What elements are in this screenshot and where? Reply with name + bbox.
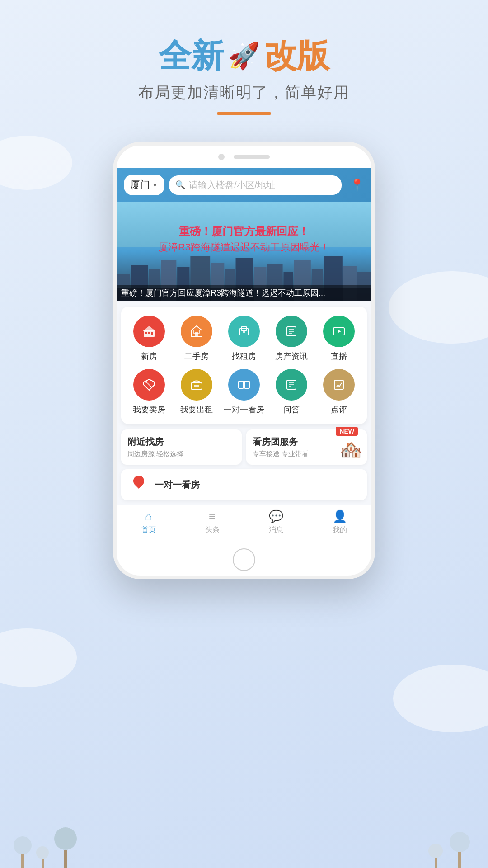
svg-rect-45 (334, 380, 343, 389)
viewing-card[interactable]: NEW 看房团服务 专车接送 专业带看 🏘️ (246, 429, 367, 465)
search-placeholder-text: 请输入楼盘/小区/地址 (189, 179, 275, 191)
second-hand-label: 二手房 (184, 351, 209, 362)
search-icon: 🔍 (175, 180, 185, 190)
menu-item-one-on-one[interactable]: 一对一看房 (224, 369, 264, 415)
tab-news[interactable]: ≡ 头条 (194, 509, 230, 535)
svg-rect-40 (244, 381, 249, 388)
news-label: 房产资讯 (275, 351, 308, 362)
qa-icon (276, 369, 307, 401)
news-icon (276, 316, 307, 347)
bg-cloud-4 (393, 665, 488, 732)
phone-wrapper: 厦门 ▼ 🔍 请输入楼盘/小区/地址 📍 (0, 142, 488, 579)
rent-icon (228, 316, 260, 347)
app-content: 厦门 ▼ 🔍 请输入楼盘/小区/地址 📍 (117, 168, 371, 576)
svg-rect-41 (287, 380, 296, 389)
nearby-title: 附近找房 (127, 436, 235, 448)
rent-label: 找租房 (232, 351, 256, 362)
svg-point-28 (243, 330, 245, 333)
second-hand-icon (181, 316, 212, 347)
svg-rect-38 (194, 385, 199, 387)
review-label: 点评 (331, 404, 347, 415)
svg-rect-39 (239, 381, 244, 388)
menu-item-rent[interactable]: 找租房 (224, 316, 264, 362)
menu-item-sell[interactable]: 我要卖房 (129, 369, 169, 415)
new-badge: NEW (336, 427, 358, 436)
svg-marker-22 (143, 326, 155, 331)
location-icon[interactable]: 📍 (350, 178, 364, 192)
phone-frame: 厦门 ▼ 🔍 请输入楼盘/小区/地址 📍 (113, 142, 375, 579)
banner-sub-text: 厦漳R3跨海隧道迟迟不动工原因曝光！ (117, 241, 371, 254)
header-section: 全新 🚀 改版 布局更加清晰明了，简单好用 (0, 0, 488, 133)
svg-marker-34 (338, 330, 341, 333)
header-title: 全新 🚀 改版 (0, 36, 488, 75)
banner-text-overlay: 重磅！厦门官方最新回应！ 厦漳R3跨海隧道迟迟不动工原因曝光！ (117, 224, 371, 254)
city-selector[interactable]: 厦门 ▼ (124, 175, 164, 195)
menu-item-qa[interactable]: 问答 (271, 369, 312, 415)
one-on-one-label: 一对一看房 (224, 404, 264, 415)
tree-right-2 (428, 844, 443, 868)
one-on-one-card[interactable]: 一对一看房 (121, 469, 367, 500)
map-pin-area (127, 476, 150, 494)
live-label: 直播 (331, 351, 347, 362)
menu-row-1: 新房 二手房 (126, 316, 362, 362)
message-tab-label: 消息 (269, 525, 283, 535)
review-icon (323, 369, 355, 401)
tree-left-1 (14, 836, 32, 868)
lease-icon (181, 369, 212, 401)
tab-home[interactable]: ⌂ 首页 (131, 509, 167, 535)
qa-label: 问答 (283, 404, 300, 415)
one-on-one-icon (228, 369, 260, 401)
banner-bottom-text: 重磅！厦门官方回应厦漳R3跨海隧道！迟迟不动工原因... (117, 285, 371, 301)
home-button[interactable] (233, 548, 255, 571)
tree-left-2 (36, 846, 49, 868)
svg-line-36 (147, 383, 152, 387)
new-house-icon (133, 316, 165, 347)
viewing-card-image: 🏘️ (340, 439, 362, 460)
phone-camera (218, 154, 225, 160)
svg-point-35 (145, 381, 147, 383)
tree-left-3 (54, 827, 77, 868)
tree-right-1 (450, 832, 470, 868)
menu-item-news[interactable]: 房产资讯 (271, 316, 312, 362)
nearby-subtitle: 周边房源 轻松选择 (127, 450, 235, 458)
tab-profile[interactable]: 👤 我的 (322, 509, 358, 535)
tab-message[interactable]: 💬 消息 (258, 509, 294, 535)
city-name: 厦门 (130, 178, 150, 192)
title-text-2: 改版 (264, 36, 329, 75)
profile-tab-label: 我的 (333, 525, 347, 535)
nearby-card[interactable]: 附近找房 周边房源 轻松选择 (121, 429, 242, 465)
menu-item-new-house[interactable]: 新房 (129, 316, 169, 362)
message-tab-icon: 💬 (269, 509, 283, 524)
menu-item-live[interactable]: 直播 (319, 316, 359, 362)
svg-rect-20 (148, 332, 150, 334)
header-subtitle: 布局更加清晰明了，简单好用 (0, 82, 488, 103)
bottom-cards: 附近找房 周边房源 轻松选择 NEW 看房团服务 专车接送 专业带看 🏘️ (121, 429, 367, 465)
svg-rect-24 (195, 332, 198, 337)
search-input-wrap[interactable]: 🔍 请输入楼盘/小区/地址 (169, 175, 342, 195)
banner-area[interactable]: 重磅！厦门官方最新回应！ 厦漳R3跨海隧道迟迟不动工原因曝光！ 重磅！厦门官方回… (117, 202, 371, 301)
menu-grid-card: 新房 二手房 (121, 307, 367, 424)
title-text-1: 全新 (159, 36, 224, 75)
home-button-area (117, 542, 371, 576)
home-tab-icon: ⌂ (145, 509, 152, 524)
bg-cloud-3 (0, 628, 77, 687)
chevron-down-icon: ▼ (152, 181, 158, 189)
tab-bar: ⌂ 首页 ≡ 头条 💬 消息 👤 我的 (117, 505, 371, 542)
menu-row-2: 我要卖房 我要出租 (126, 369, 362, 415)
map-pin-icon (131, 473, 146, 489)
phone-top-bar (117, 146, 371, 168)
news-tab-label: 头条 (205, 525, 220, 535)
lease-label: 我要出租 (180, 404, 213, 415)
live-icon (323, 316, 355, 347)
search-bar-area: 厦门 ▼ 🔍 请输入楼盘/小区/地址 📍 (117, 168, 371, 202)
menu-item-review[interactable]: 点评 (319, 369, 359, 415)
new-house-label: 新房 (141, 351, 157, 362)
one-on-one-text: 一对一看房 (155, 479, 200, 491)
sell-label: 我要卖房 (133, 404, 165, 415)
menu-item-second-hand[interactable]: 二手房 (176, 316, 217, 362)
underline-decoration (217, 112, 271, 115)
menu-item-lease[interactable]: 我要出租 (176, 369, 217, 415)
home-tab-label: 首页 (141, 525, 156, 535)
profile-tab-icon: 👤 (333, 509, 347, 524)
svg-rect-19 (145, 332, 147, 334)
